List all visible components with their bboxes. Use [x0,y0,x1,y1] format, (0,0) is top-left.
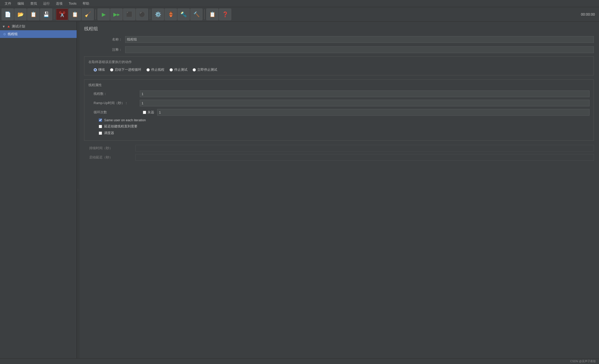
clear-icon: 🧹 [85,11,91,17]
run-no-pause-icon: ▶▸ [113,11,120,17]
statusbar: CSDN @吴声子夜歌 [0,358,599,364]
radio-continue[interactable]: 继续 [94,67,105,72]
radio-stop-thread[interactable]: 停止线程 [146,67,164,72]
radio-continue-input[interactable] [94,68,97,72]
copy-button[interactable]: 📋 [27,8,39,20]
radio-stop-test-now-label: 立即停止测试 [197,67,217,72]
menu-run[interactable]: 运行 [41,1,52,6]
radio-stop-test-label: 停止测试 [174,67,187,72]
sidebar-test-plan-label: 测试计划 [12,24,25,29]
toolbar-sep-1 [54,9,54,19]
menu-options[interactable]: 选项 [53,1,65,6]
on-error-radio-group: 继续 启动下一进程循环 停止线程 停止测试 立即停止测试 [88,67,590,72]
pause-icon: ⬛ [126,11,133,17]
radio-next-loop-input[interactable] [110,68,113,72]
name-row: 名称： [84,36,594,43]
menu-help[interactable]: 帮助 [80,1,92,6]
settings2-button[interactable]: 🏺 [165,8,177,20]
paste-button[interactable]: 📋 [69,8,81,20]
open-button[interactable]: 📂 [14,8,27,20]
stop-icon: ⚫ [139,11,145,17]
menu-tools[interactable]: Tools [66,1,79,6]
settings2-icon: 🏺 [168,11,174,17]
sidebar-item-test-plan[interactable]: ▼ 🔺 测试计划 [0,23,77,30]
toolbar-sep-2 [95,9,96,19]
menu-find[interactable]: 查找 [28,1,39,6]
scheduler-label: 调度器 [104,131,114,135]
tree-expand-icon: ▼ [2,25,5,28]
loop-label: 循环次数 [88,110,140,115]
list-button[interactable]: 📋 [206,8,218,20]
thread-props-title: 线程属性 [88,83,590,87]
menu-file[interactable]: 文件 [2,1,14,6]
sidebar-item-thread-group[interactable]: ⚙ 线程组 [0,30,77,38]
thread-props-section: 线程属性 线程数： Ramp-Up时间（秒）： 循环次数 永远 [84,79,594,141]
threads-input[interactable] [140,90,590,97]
menubar: 文件 编辑 查找 运行 选项 Tools 帮助 [0,0,599,7]
clear-button[interactable]: 🧹 [82,8,94,20]
new-file-icon: 📄 [5,11,11,17]
duration-row: 持续时间（秒） [84,145,594,151]
start-delay-label: 启动延迟（秒） [84,155,135,160]
loop-forever-checkbox[interactable] [143,111,146,114]
save-icon: 💾 [43,11,49,17]
radio-stop-test-now[interactable]: 立即停止测试 [193,67,217,72]
start-delay-input [135,154,594,161]
name-label: 名称： [84,37,125,42]
settings4-icon: 🔨 [193,11,200,17]
delay-thread-checkbox[interactable] [99,125,102,128]
open-icon: 📂 [17,11,24,17]
same-user-row[interactable]: Same user on each iteration [88,118,590,122]
start-delay-row: 启动延迟（秒） [84,154,594,161]
radio-stop-test-input[interactable] [169,68,173,72]
sidebar: ▼ 🔺 测试计划 ⚙ 线程组 [0,22,77,358]
run-icon: ▶ [102,11,106,17]
threads-label: 线程数： [88,92,140,96]
on-error-title: 在取样器错误后要执行的动作 [88,60,590,64]
on-error-section: 在取样器错误后要执行的动作 继续 启动下一进程循环 停止线程 停止测试 [84,56,594,75]
radio-stop-test[interactable]: 停止测试 [169,67,187,72]
loop-row: 循环次数 永远 [88,109,590,116]
same-user-label: Same user on each iteration [104,118,146,122]
toolbar-sep-4 [204,9,205,19]
help-button[interactable]: ❓ [219,8,231,20]
paste-icon: 📋 [72,11,78,17]
name-input[interactable] [125,36,594,43]
radio-next-loop-label: 启动下一进程循环 [115,67,141,72]
menu-edit[interactable]: 编辑 [15,1,27,6]
delay-thread-label: 延迟创建线程直到需要 [104,124,137,129]
settings3-button[interactable]: 🔦 [177,8,190,20]
loop-forever-toggle[interactable]: 永远 [143,110,154,115]
new-file-button[interactable]: 📄 [2,8,14,20]
list-icon: 📋 [209,11,216,17]
section-title: 线程组 [84,26,594,32]
cut-button[interactable]: ✂️ [56,8,68,20]
radio-next-loop[interactable]: 启动下一进程循环 [110,67,141,72]
radio-stop-thread-label: 停止线程 [151,67,164,72]
scheduler-checkbox[interactable] [99,132,102,135]
comment-input[interactable] [125,46,594,53]
run-button[interactable]: ▶ [97,8,110,20]
run-no-pause-button[interactable]: ▶▸ [110,8,123,20]
delay-thread-row[interactable]: 延迟创建线程直到需要 [88,124,590,129]
sidebar-splitter[interactable]: ⋮ [77,22,79,358]
test-plan-icon: 🔺 [6,24,11,28]
rampup-row: Ramp-Up时间（秒）： [88,100,590,106]
duration-label: 持续时间（秒） [84,146,135,150]
stop-button[interactable]: ⚫ [136,8,148,20]
loop-forever-label: 永远 [147,110,154,115]
radio-stop-thread-input[interactable] [146,68,150,72]
pause-button[interactable]: ⬛ [123,8,135,20]
radio-stop-test-now-input[interactable] [193,68,196,72]
toolbar: 📄 📂 📋 💾 ✂️ 📋 🧹 ▶ ▶▸ ⬛ ⚫ ⚙️ 🏺 🔦 🔨 [0,7,599,22]
scheduler-row[interactable]: 调度器 [88,131,590,135]
same-user-checkbox[interactable] [99,118,102,122]
loop-count-input[interactable] [157,109,590,116]
statusbar-text: CSDN @吴声子夜歌 [570,359,596,363]
save-button[interactable]: 💾 [40,8,52,20]
toolbar-sep-3 [150,9,150,19]
settings4-button[interactable]: 🔨 [190,8,203,20]
settings1-button[interactable]: ⚙️ [152,8,164,20]
rampup-input[interactable] [140,100,590,106]
cut-icon: ✂️ [59,11,65,17]
